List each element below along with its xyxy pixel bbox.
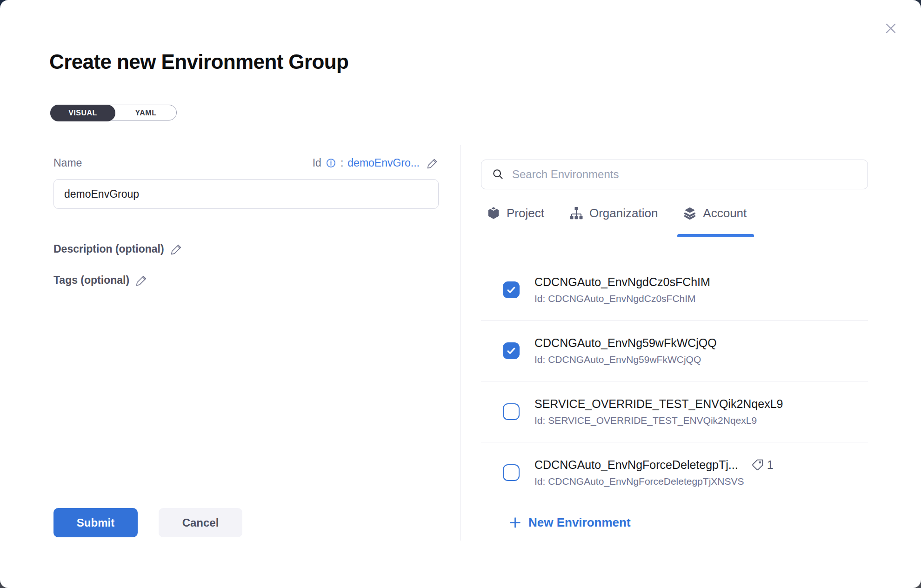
env-id: Id: CDCNGAuto_EnvNgdCz0sFChIM: [534, 293, 710, 304]
search-icon: [492, 168, 505, 181]
env-text: CDCNGAuto_EnvNg59wFkWCjQQ Id: CDCNGAuto_…: [534, 336, 717, 365]
tab-organization-label: Organization: [589, 206, 658, 220]
tags-row: Tags (optional): [53, 274, 439, 287]
edit-id-pencil-icon[interactable]: [427, 157, 439, 169]
env-checkbox[interactable]: [503, 464, 520, 481]
search-environments-input[interactable]: [512, 168, 857, 181]
env-name: CDCNGAuto_EnvNgForceDeletegpTj...: [534, 458, 738, 472]
layers-icon: [683, 206, 697, 220]
env-name-line: CDCNGAuto_EnvNg59wFkWCjQQ: [534, 336, 717, 350]
env-id: Id: CDCNGAuto_EnvNg59wFkWCjQQ: [534, 354, 717, 365]
action-buttons: Submit Cancel: [53, 508, 242, 537]
scope-tabs: Project Organization Account: [481, 189, 868, 237]
cube-icon: [487, 206, 501, 220]
environment-list: CDCNGAuto_EnvNgdCz0sFChIM Id: CDCNGAuto_…: [481, 237, 868, 489]
tab-account-label: Account: [703, 206, 747, 220]
env-checkbox[interactable]: [503, 403, 520, 420]
tab-organization[interactable]: Organization: [569, 189, 658, 237]
org-chart-icon: [569, 206, 583, 220]
search-box: [481, 160, 868, 189]
env-text: CDCNGAuto_EnvNgdCz0sFChIM Id: CDCNGAuto_…: [534, 275, 710, 304]
env-name-line: SERVICE_OVERRIDE_TEST_ENVQik2NqexL9: [534, 397, 783, 411]
env-id: Id: SERVICE_OVERRIDE_TEST_ENVQik2NqexL9: [534, 415, 783, 426]
env-name: CDCNGAuto_EnvNg59wFkWCjQQ: [534, 336, 717, 350]
edit-description-pencil-icon[interactable]: [170, 243, 183, 255]
environment-group-id-link[interactable]: demoEnvGro...: [347, 157, 420, 169]
env-checkbox[interactable]: [503, 342, 520, 359]
name-id-row: Name Id : demoEnvGro...: [53, 157, 439, 169]
name-label: Name: [53, 157, 82, 169]
close-button[interactable]: [880, 18, 901, 39]
close-icon: [881, 19, 900, 38]
environment-row[interactable]: CDCNGAuto_EnvNgdCz0sFChIM Id: CDCNGAuto_…: [481, 260, 868, 321]
environment-row[interactable]: CDCNGAuto_EnvNgForceDeletegpTj... 1 Id: …: [481, 442, 868, 489]
id-group: Id : demoEnvGro...: [313, 157, 439, 169]
new-environment-label: New Environment: [528, 515, 631, 530]
toggle-visual[interactable]: VISUAL: [50, 105, 115, 121]
env-name: CDCNGAuto_EnvNgdCz0sFChIM: [534, 275, 710, 289]
environment-picker-pane: Project Organization Account: [481, 160, 868, 531]
visual-yaml-toggle: VISUAL YAML: [50, 105, 177, 120]
description-row: Description (optional): [53, 243, 439, 255]
env-text: CDCNGAuto_EnvNgForceDeletegpTj... 1 Id: …: [534, 458, 774, 487]
tags-label: Tags (optional): [53, 274, 129, 287]
env-name-line: CDCNGAuto_EnvNgForceDeletegpTj... 1: [534, 458, 774, 472]
env-checkbox[interactable]: [503, 281, 520, 298]
page-title: Create new Environment Group: [49, 50, 348, 74]
check-icon: [506, 345, 517, 356]
tab-project[interactable]: Project: [487, 189, 544, 237]
toggle-yaml[interactable]: YAML: [115, 105, 176, 121]
tag-count: 1: [767, 458, 774, 472]
panel-divider: [460, 145, 461, 541]
form-pane: Name Id : demoEnvGro... Description (opt…: [53, 137, 439, 287]
plus-icon: [508, 516, 522, 529]
new-environment-button[interactable]: New Environment: [508, 515, 631, 530]
env-text: SERVICE_OVERRIDE_TEST_ENVQik2NqexL9 Id: …: [534, 397, 783, 426]
environment-row[interactable]: SERVICE_OVERRIDE_TEST_ENVQik2NqexL9 Id: …: [481, 381, 868, 442]
submit-button[interactable]: Submit: [53, 508, 138, 537]
description-label: Description (optional): [53, 243, 164, 255]
env-id: Id: CDCNGAuto_EnvNgForceDeletegpTjXNSVS: [534, 476, 774, 487]
id-colon: :: [340, 157, 343, 169]
env-tag-badge: 1: [751, 458, 774, 472]
info-icon[interactable]: [326, 158, 336, 168]
create-environment-group-dialog: Create new Environment Group VISUAL YAML…: [0, 0, 921, 588]
check-icon: [506, 284, 517, 295]
tag-icon: [751, 459, 764, 471]
tab-account[interactable]: Account: [683, 189, 747, 237]
tab-project-label: Project: [507, 206, 544, 220]
edit-tags-pencil-icon[interactable]: [135, 274, 148, 287]
cancel-button[interactable]: Cancel: [159, 508, 242, 537]
env-name-line: CDCNGAuto_EnvNgdCz0sFChIM: [534, 275, 710, 289]
id-label: Id: [313, 157, 321, 169]
env-name: SERVICE_OVERRIDE_TEST_ENVQik2NqexL9: [534, 397, 783, 411]
environment-row[interactable]: CDCNGAuto_EnvNg59wFkWCjQQ Id: CDCNGAuto_…: [481, 321, 868, 381]
name-input[interactable]: [53, 179, 439, 209]
